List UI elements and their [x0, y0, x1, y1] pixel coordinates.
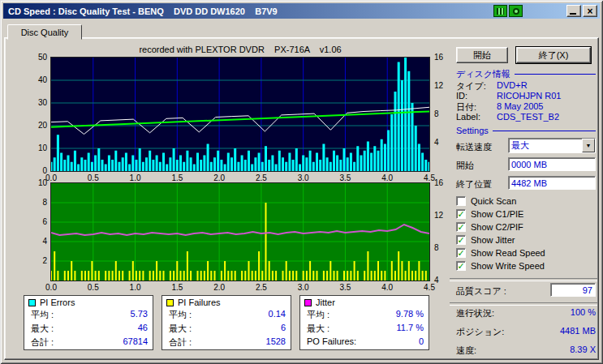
start-position-value: 0000 MB — [511, 160, 547, 169]
progress-row: 進行状況:100 % — [456, 307, 596, 319]
end-position-value: 4482 MB — [511, 178, 547, 188]
stats-label: PO Failures: — [307, 336, 356, 346]
y-tick-label: 4 — [434, 138, 439, 147]
header-rule — [515, 74, 596, 75]
checkbox-box[interactable]: ✓ — [456, 248, 466, 258]
stats-box-pi-failures: PI Failures平均 :0.14最大 :6合計 :1528 — [162, 295, 291, 350]
disc-info-label: ID: — [456, 91, 467, 101]
x-tick-label: 1.5 — [166, 283, 187, 292]
titlebar-buttons: × — [493, 5, 597, 17]
checkbox-box[interactable] — [456, 196, 466, 206]
y-tick-label: 16 — [434, 53, 443, 62]
progress-label: ポジション: — [456, 326, 504, 338]
y-tick-label: 12 — [434, 81, 443, 90]
disc-info-header: ディスク情報 — [456, 68, 596, 80]
app-window: CD Speed : Disc Quality Test - BENQ DVD … — [0, 0, 603, 364]
disc-info-header-label: ディスク情報 — [456, 68, 510, 80]
minimize-button[interactable] — [566, 5, 581, 17]
settings-header: Settings — [456, 126, 596, 135]
close-button[interactable]: × — [583, 5, 597, 17]
pif-jitter-chart — [50, 182, 430, 281]
minimize-icon — [570, 13, 576, 15]
disc-quality-panel: recorded with PLEXTOR DVDR PX-716A v1.06… — [4, 37, 599, 360]
disc-info-label: Label: — [456, 112, 480, 122]
stats-box-header: PI Failures — [166, 298, 221, 307]
window-title: CD Speed : Disc Quality Test - BENQ DVD … — [8, 6, 493, 16]
progress-value: 100 % — [571, 307, 596, 317]
progress-value: 8.39 X — [570, 345, 596, 354]
transfer-speed-label: 転送速度 — [456, 141, 492, 153]
stats-row: 平均 :5.73 — [31, 309, 148, 319]
stats-label: 平均 : — [31, 309, 54, 321]
stats-label: 平均 : — [169, 309, 192, 321]
checkbox-show-c1-pie[interactable]: ✓Show C1/PIE — [456, 208, 523, 220]
pie-speed-chart-plot — [51, 58, 429, 171]
pif-chart-left-axis: 108642 — [28, 183, 49, 280]
stats-label: 平均 : — [307, 309, 329, 321]
y-tick-label: 6 — [42, 217, 47, 226]
checkbox-quick-scan[interactable]: Quick Scan — [456, 195, 516, 207]
disc-info-row: タイプ:DVD+R — [456, 80, 599, 91]
chevron-down-icon[interactable]: ▼ — [582, 139, 595, 152]
stats-box-jitter: Jitter平均 :9.78 %最大 :11.7 %PO Failures:0 — [299, 295, 429, 350]
graph-bars-icon — [497, 8, 504, 15]
disc-info-row: ID:RICOHJPN R01 — [456, 91, 599, 101]
tab-disc-quality[interactable]: Disc Quality — [7, 24, 82, 40]
pie-speed-chart — [50, 57, 430, 172]
stats-label: 合計 : — [31, 336, 54, 349]
transfer-speed-select[interactable]: 最大 ▼ — [508, 138, 596, 153]
x-tick-label: 2.5 — [251, 173, 272, 182]
end-position-label: 終了位置 — [456, 178, 492, 191]
checkbox-show-c2-pif[interactable]: ✓Show C2/PIF — [456, 221, 523, 233]
checkbox-show-jitter[interactable]: ✓Show Jitter — [456, 234, 515, 246]
pie-chart-left-axis: 50403020100 — [28, 58, 49, 171]
legend-color-icon — [304, 299, 312, 306]
checkbox-label: Show C1/PIE — [471, 209, 523, 219]
x-tick-label: 0.5 — [83, 283, 104, 292]
y-tick-label: 8 — [42, 198, 47, 207]
stats-box-title: PI Errors — [40, 298, 75, 307]
graph-icon[interactable] — [493, 5, 507, 17]
checkbox-show-write-speed[interactable]: ✓Show Write Speed — [456, 260, 545, 272]
exit-button[interactable]: 終了(X) — [516, 47, 591, 63]
stats-value: 9.78 % — [396, 309, 424, 319]
y-tick-label: 12 — [434, 211, 443, 220]
end-position-field[interactable]: 4482 MB — [508, 176, 596, 190]
y-tick-label: 40 — [38, 75, 47, 84]
progress-row: ポジション:4481 MB — [456, 326, 596, 337]
stats-box-title: Jitter — [316, 298, 335, 307]
x-tick-label: 3.5 — [334, 283, 355, 292]
stats-label: 最大 : — [169, 323, 192, 335]
checkbox-box[interactable]: ✓ — [456, 209, 466, 219]
legend-color-icon — [28, 299, 36, 306]
checkbox-label: Show Jitter — [471, 235, 515, 245]
x-tick-label: 1.0 — [125, 173, 146, 182]
start-position-label: 開始 — [456, 160, 474, 172]
y-tick-label: 50 — [38, 53, 47, 62]
disc-icon[interactable] — [509, 5, 523, 17]
checkbox-show-read-speed[interactable]: ✓Show Read Speed — [456, 247, 545, 259]
start-position-field[interactable]: 0000 MB — [508, 157, 596, 171]
y-tick-label: 8 — [434, 243, 439, 252]
y-tick-label: 10 — [38, 178, 47, 187]
disc-info-row: Label:CDS_TEST_B2 — [456, 112, 599, 122]
checkbox-box[interactable]: ✓ — [456, 261, 466, 271]
settings-header-label: Settings — [456, 126, 489, 135]
checkbox-label: Show Write Speed — [471, 261, 545, 271]
x-tick-label: 2.5 — [251, 283, 272, 292]
x-tick-label: 1.5 — [166, 173, 187, 182]
checkbox-box[interactable]: ✓ — [456, 222, 466, 232]
stats-row: PO Failures:0 — [307, 336, 424, 347]
disc-info-row: 日付:8 May 2005 — [456, 101, 599, 112]
titlebar[interactable]: CD Speed : Disc Quality Test - BENQ DVD … — [3, 3, 600, 19]
legend-color-icon — [166, 299, 174, 306]
progress-label: 進行状況: — [456, 307, 494, 319]
checkbox-label: Quick Scan — [471, 196, 516, 206]
y-tick-label: 8 — [434, 109, 439, 118]
start-button[interactable]: 開始 — [456, 47, 508, 63]
tab-label: Disc Quality — [21, 28, 69, 37]
checkbox-box[interactable]: ✓ — [456, 235, 466, 245]
stats-value: 1528 — [266, 336, 286, 346]
stats-box-pi-errors: PI Errors平均 :5.73最大 :46合計 :67814 — [24, 295, 153, 350]
separator — [450, 302, 597, 306]
